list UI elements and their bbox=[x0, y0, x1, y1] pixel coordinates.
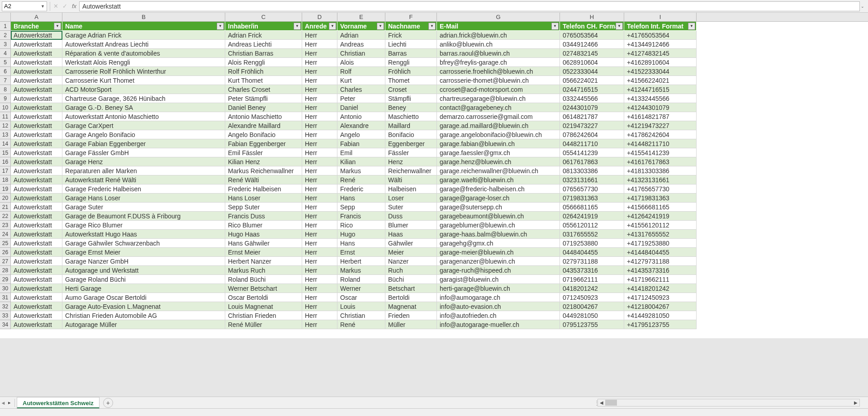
table-cell[interactable]: +41323131661 bbox=[624, 175, 697, 184]
table-cell[interactable]: Autowerkstatt bbox=[11, 194, 62, 203]
table-cell[interactable]: Herr bbox=[302, 148, 337, 157]
table-cell[interactable]: Gähwiler bbox=[385, 239, 437, 248]
table-cell[interactable]: Garage G.-D. Beney SA bbox=[62, 103, 225, 112]
table-cell[interactable]: Reparaturen aller Marken bbox=[62, 166, 225, 175]
table-cell[interactable]: garage.ad.maillard@bluewin.ch bbox=[437, 121, 560, 130]
table-cell[interactable]: Charles bbox=[337, 85, 385, 94]
table-cell[interactable]: Autowerkstatt bbox=[11, 103, 62, 112]
table-cell[interactable]: Herr bbox=[302, 67, 337, 76]
table-cell[interactable]: Frederic Halbeisen bbox=[225, 184, 302, 194]
table-cell[interactable]: Eggenberger bbox=[385, 139, 437, 148]
table-cell[interactable]: Alexandre Maillard bbox=[225, 121, 302, 130]
table-cell[interactable]: 0628910604 bbox=[560, 58, 624, 67]
table-cell[interactable]: Herr bbox=[302, 175, 337, 184]
row-header[interactable]: 29 bbox=[0, 275, 11, 284]
table-cell[interactable]: Autowerkstatt bbox=[11, 175, 62, 184]
table-cell[interactable]: 0786242604 bbox=[560, 130, 624, 139]
table-cell[interactable]: garageblumer@bluewin.ch bbox=[437, 221, 560, 230]
table-cell[interactable]: Francis Duss bbox=[225, 212, 302, 221]
row-header[interactable]: 2 bbox=[0, 31, 11, 40]
table-cell[interactable]: +41813303386 bbox=[624, 166, 697, 175]
table-cell[interactable]: Alexandre bbox=[337, 121, 385, 130]
table-cell[interactable]: Herr bbox=[302, 284, 337, 293]
table-cell[interactable]: Herr bbox=[302, 184, 337, 194]
table-cell[interactable]: Herr bbox=[302, 49, 337, 58]
table-cell[interactable]: Autowerkstatt bbox=[11, 31, 62, 40]
table-cell[interactable]: garage-ruch@hispeed.ch bbox=[437, 266, 560, 275]
table-cell[interactable]: Büchi bbox=[385, 275, 437, 284]
table-cell[interactable]: Ernst bbox=[337, 248, 385, 257]
table-cell[interactable]: +41218004267 bbox=[624, 302, 697, 311]
row-header[interactable]: 26 bbox=[0, 248, 11, 257]
scroll-right-icon[interactable]: ▶ bbox=[852, 400, 859, 405]
table-cell[interactable]: ACD MotorSport bbox=[62, 85, 225, 94]
table-cell[interactable]: Herr bbox=[302, 203, 337, 212]
table-cell[interactable]: garage.faessler@gmx.ch bbox=[437, 148, 560, 157]
table-cell[interactable]: Herr bbox=[302, 166, 337, 175]
table-cell[interactable]: Autowerkstatt bbox=[11, 76, 62, 85]
table-cell[interactable]: 0617617863 bbox=[560, 157, 624, 166]
table-cell[interactable]: Herr bbox=[302, 293, 337, 302]
table-cell[interactable]: herti-garage@bluewin.ch bbox=[437, 284, 560, 293]
row-header[interactable]: 23 bbox=[0, 221, 11, 230]
table-cell[interactable]: René bbox=[337, 320, 385, 329]
table-cell[interactable]: Autowerkstatt bbox=[11, 112, 62, 121]
table-cell[interactable]: Betschart bbox=[385, 284, 437, 293]
table-cell[interactable]: garage@garage-loser.ch bbox=[437, 194, 560, 203]
table-cell[interactable]: Herr bbox=[302, 194, 337, 203]
table-cell[interactable]: Garage Fässler GmbH bbox=[62, 148, 225, 157]
table-cell[interactable]: Herr bbox=[302, 94, 337, 103]
table-cell[interactable]: garagist@bluewin.ch bbox=[437, 275, 560, 284]
table-header-cell[interactable]: Branche▼ bbox=[11, 22, 62, 31]
table-cell[interactable]: Alois bbox=[337, 58, 385, 67]
table-cell[interactable]: garagebeaumont@bluewin.ch bbox=[437, 212, 560, 221]
table-cell[interactable]: Autowerkstatt bbox=[11, 284, 62, 293]
table-header-cell[interactable]: Telefon CH. Format▼ bbox=[560, 22, 624, 31]
row-header[interactable]: 28 bbox=[0, 266, 11, 275]
add-sheet-button[interactable]: + bbox=[103, 398, 113, 408]
name-box[interactable]: A2 ▼ bbox=[2, 1, 47, 11]
table-cell[interactable]: Wälti bbox=[385, 175, 437, 184]
table-cell[interactable]: Hugo bbox=[337, 230, 385, 239]
table-cell[interactable]: Fabian Eggenberger bbox=[225, 139, 302, 148]
sheet-tab-active[interactable]: Autowerkstätten Schweiz bbox=[17, 397, 100, 409]
table-cell[interactable]: 0264241919 bbox=[560, 212, 624, 221]
table-cell[interactable]: Christian Frieden Automobile AG bbox=[62, 311, 225, 320]
row-header[interactable]: 4 bbox=[0, 49, 11, 58]
row-header[interactable]: 11 bbox=[0, 112, 11, 121]
table-cell[interactable]: Herr bbox=[302, 31, 337, 40]
table-cell[interactable]: garage.waelti@bluewin.ch bbox=[437, 175, 560, 184]
table-cell[interactable]: Herr bbox=[302, 266, 337, 275]
table-cell[interactable]: +41279731188 bbox=[624, 257, 697, 266]
row-header[interactable]: 25 bbox=[0, 239, 11, 248]
table-cell[interactable]: Christian Barras bbox=[225, 49, 302, 58]
row-header[interactable]: 10 bbox=[0, 103, 11, 112]
table-cell[interactable]: Kilian Henz bbox=[225, 157, 302, 166]
table-cell[interactable]: Autowerkstatt bbox=[11, 157, 62, 166]
column-header[interactable]: I bbox=[624, 13, 697, 21]
table-cell[interactable]: Herr bbox=[302, 221, 337, 230]
table-cell[interactable]: Francis bbox=[337, 212, 385, 221]
table-cell[interactable]: Müller bbox=[385, 320, 437, 329]
table-cell[interactable]: +41274832145 bbox=[624, 49, 697, 58]
table-cell[interactable]: Herr bbox=[302, 248, 337, 257]
table-cell[interactable]: Sepp Suter bbox=[225, 203, 302, 212]
table-cell[interactable]: 0719662111 bbox=[560, 275, 624, 284]
row-header[interactable]: 1 bbox=[0, 22, 11, 31]
table-cell[interactable]: Garage Gähwiler Schwarzenbach bbox=[62, 239, 225, 248]
table-cell[interactable]: 0765657730 bbox=[560, 184, 624, 194]
column-header[interactable]: F bbox=[385, 13, 437, 21]
table-cell[interactable]: 0795123755 bbox=[560, 320, 624, 329]
table-cell[interactable]: Herr bbox=[302, 40, 337, 49]
table-cell[interactable]: +41244301079 bbox=[624, 103, 697, 112]
table-cell[interactable]: Hugo Haas bbox=[225, 230, 302, 239]
table-cell[interactable]: Herr bbox=[302, 130, 337, 139]
table-cell[interactable]: Roland Büchi bbox=[225, 275, 302, 284]
scroll-thumb[interactable] bbox=[605, 400, 617, 406]
scroll-track[interactable] bbox=[605, 399, 852, 406]
table-cell[interactable]: Maschietto bbox=[385, 112, 437, 121]
filter-dropdown-icon[interactable]: ▼ bbox=[551, 23, 559, 30]
table-cell[interactable]: Rolf Fröhlich bbox=[225, 67, 302, 76]
table-cell[interactable]: Herr bbox=[302, 320, 337, 329]
table-cell[interactable]: Autowerkstatt bbox=[11, 148, 62, 157]
